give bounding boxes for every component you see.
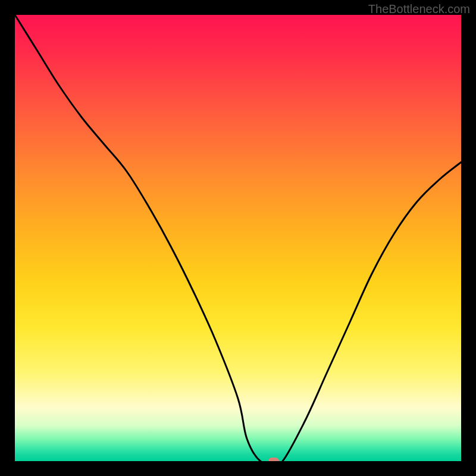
bottleneck-curve-line	[15, 15, 461, 461]
chart-curve-svg	[15, 15, 461, 461]
watermark-text: TheBottleneck.com	[368, 2, 470, 16]
optimal-point-marker	[268, 458, 279, 461]
chart-plot-area	[15, 15, 461, 461]
